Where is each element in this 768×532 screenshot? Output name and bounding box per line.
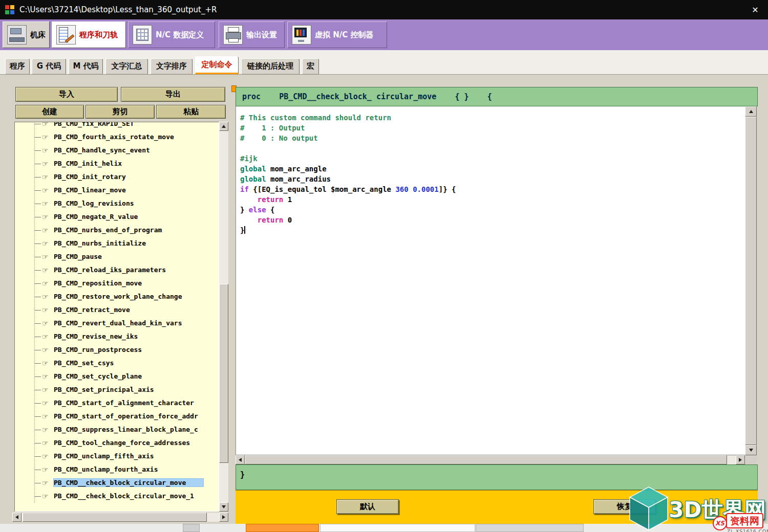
titlebar: C:\Users\37214\Desktop\Less_than_360_out…: [0, 0, 768, 19]
subtab-macro[interactable]: 宏: [302, 58, 319, 74]
tree-item[interactable]: ☞PB_CMD_run_postprocess: [15, 343, 219, 357]
scroll-down-button[interactable]: [219, 502, 228, 512]
sub-tab-bar: 程序 G 代码 M 代码 文字汇总 文字排序 定制命令 链接的后处理 宏: [0, 50, 768, 75]
tab-program-toolpath[interactable]: 程序和刀轨: [52, 21, 126, 48]
tree-item[interactable]: ☞PB_CMD_reload_iks_parameters: [15, 263, 219, 277]
subtab-g-code[interactable]: G 代码: [32, 58, 66, 74]
taskbar-item[interactable]: [476, 524, 584, 532]
tree-horizontal-scrollbar[interactable]: [12, 513, 228, 522]
tree-item[interactable]: ☞PB_CMD_set_csys: [15, 357, 219, 370]
hand-icon: ☞: [42, 383, 49, 396]
hand-icon: ☞: [42, 263, 49, 277]
tab-nc-data-definition[interactable]: N/C 数据定义: [128, 21, 215, 48]
subtab-program[interactable]: 程序: [5, 58, 30, 74]
code-line: return 0: [240, 215, 745, 225]
command-tree-inner: ☞PB_CMD_fix_RAPID_SET☞PB_CMD_fourth_axis…: [15, 122, 219, 503]
tree-item[interactable]: ☞PB_CMD_init_helix: [15, 157, 219, 170]
scroll-right-button[interactable]: [736, 455, 745, 464]
paste-button[interactable]: 粘贴: [156, 105, 226, 119]
tab-virtual-nc-controller[interactable]: 虚拟 N/C 控制器: [287, 21, 387, 48]
scrollbar-thumb[interactable]: [219, 284, 228, 463]
machine-tool-icon: [7, 25, 27, 45]
subtab-word-summary[interactable]: 文字汇总: [105, 58, 148, 74]
tree-item[interactable]: ☞PB_CMD_revise_new_iks: [15, 330, 219, 343]
tree-item[interactable]: ☞PB_CMD_init_rotary: [15, 170, 219, 184]
tab-machine-tool[interactable]: 机床: [3, 21, 50, 48]
tree-item[interactable]: ☞PB_CMD_fix_RAPID_SET: [15, 122, 219, 130]
tree-item[interactable]: ☞PB_CMD_pause: [15, 250, 219, 263]
tree-item-label: PB_CMD_handle_sync_event: [54, 146, 150, 154]
hand-icon: ☞: [42, 277, 49, 290]
create-button[interactable]: 创建: [15, 105, 84, 119]
tree-item[interactable]: ☞PB_CMD_revert_dual_head_kin_vars: [15, 317, 219, 330]
hand-icon: ☞: [42, 122, 49, 130]
editor-vertical-scrollbar[interactable]: [745, 106, 757, 455]
cut-button[interactable]: 剪切: [86, 105, 155, 119]
window-title: C:\Users\37214\Desktop\Less_than_360_out…: [19, 5, 217, 14]
tree-item-label: PB_CMD_set_principal_axis: [54, 386, 154, 393]
tree-item[interactable]: ☞PB_CMD_fourth_axis_rotate_move: [15, 130, 219, 144]
tree-item-label: PB_CMD_run_postprocess: [54, 346, 142, 353]
command-tree[interactable]: ☞PB_CMD_fix_RAPID_SET☞PB_CMD_fourth_axis…: [14, 122, 219, 512]
restore-button[interactable]: 恢复: [593, 499, 656, 514]
code-line: # This custom command should return: [240, 113, 745, 123]
subtab-custom-command[interactable]: 定制命令: [195, 56, 239, 74]
tree-item[interactable]: ☞PB_CMD_start_of_operation_force_addr: [15, 410, 219, 423]
tree-item[interactable]: ☞PB_CMD__check_block_circular_move: [15, 476, 219, 490]
code-editor[interactable]: # This custom command should return# 1 :…: [236, 106, 745, 455]
scroll-down-button[interactable]: [745, 445, 757, 455]
tree-item-label: PB_CMD_negate_R_value: [54, 213, 138, 220]
tree-item[interactable]: ☞PB_CMD_negate_R_value: [15, 210, 219, 224]
code-line: [240, 143, 745, 153]
tree-item[interactable]: ☞PB_CMD_retract_move: [15, 303, 219, 317]
default-button[interactable]: 默认: [336, 499, 399, 514]
export-button[interactable]: 导出: [121, 87, 225, 102]
tree-item-label: PB_CMD_init_rotary: [54, 173, 126, 181]
taskbar-item[interactable]: [183, 524, 200, 532]
hand-icon: ☞: [42, 490, 49, 503]
scroll-up-button[interactable]: [745, 106, 757, 117]
subtab-m-code[interactable]: M 代码: [69, 58, 103, 74]
tab-label: 输出设置: [246, 30, 277, 40]
scrollbar-thumb[interactable]: [23, 513, 207, 522]
tab-label: 虚拟 N/C 控制器: [315, 30, 374, 40]
text-caret: [244, 226, 245, 234]
tree-item[interactable]: ☞PB_CMD_nurbs_end_of_program: [15, 224, 219, 237]
tab-output-settings[interactable]: 输出设置: [219, 21, 285, 48]
code-line: #ijk: [240, 153, 745, 164]
scroll-right-button[interactable]: [219, 513, 228, 522]
tree-item[interactable]: ☞PB_CMD_suppress_linear_block_plane_c: [15, 423, 219, 436]
tree-item[interactable]: ☞PB_CMD_set_cycle_plane: [15, 370, 219, 383]
close-button[interactable]: ✕: [750, 4, 761, 15]
tree-item[interactable]: ☞PB_CMD_log_revisions: [15, 197, 219, 210]
printer-icon: [223, 25, 243, 45]
tree-item[interactable]: ☞PB_CMD_unclamp_fourth_axis: [15, 463, 219, 476]
subtab-linked-post[interactable]: 链接的后处理: [241, 58, 300, 74]
taskbar-item[interactable]: [246, 524, 319, 532]
hand-icon: ☞: [42, 436, 49, 450]
tree-vertical-scrollbar[interactable]: [219, 122, 228, 512]
tree-item[interactable]: ☞PB_CMD_reposition_move: [15, 277, 219, 290]
tree-item[interactable]: ☞PB_CMD_nurbs_initialize: [15, 237, 219, 250]
hand-icon: ☞: [42, 184, 49, 197]
tree-item[interactable]: ☞PB_CMD_linear_move: [15, 184, 219, 197]
tree-item-label: PB_CMD_tool_change_force_addresses: [54, 439, 190, 447]
tree-item[interactable]: ☞PB_CMD_start_of_alignment_character: [15, 396, 219, 410]
tree-item[interactable]: ☞PB_CMD__check_block_circular_move_1: [15, 490, 219, 503]
scroll-left-button[interactable]: [12, 513, 22, 522]
scroll-left-button[interactable]: [236, 455, 245, 464]
scrollbar-thumb[interactable]: [745, 117, 757, 445]
tree-item[interactable]: ☞PB_CMD_unclamp_fifth_axis: [15, 450, 219, 463]
import-button[interactable]: 导入: [15, 87, 118, 102]
editor-horizontal-scrollbar[interactable]: [236, 455, 745, 464]
tree-item-label: PB_CMD_retract_move: [54, 306, 130, 314]
scroll-up-button[interactable]: [219, 122, 228, 131]
tree-item[interactable]: ☞PB_CMD_restore_work_plane_change: [15, 290, 219, 303]
tree-item-label: PB_CMD_fourth_axis_rotate_move: [54, 133, 174, 141]
tree-item[interactable]: ☞PB_CMD_set_principal_axis: [15, 383, 219, 396]
tree-item[interactable]: ☞PB_CMD_tool_change_force_addresses: [15, 436, 219, 450]
taskbar-item[interactable]: [320, 524, 475, 532]
tree-item[interactable]: ☞PB_CMD_handle_sync_event: [15, 144, 219, 157]
scrollbar-thumb[interactable]: [245, 455, 727, 464]
subtab-word-sequence[interactable]: 文字排序: [151, 58, 193, 74]
